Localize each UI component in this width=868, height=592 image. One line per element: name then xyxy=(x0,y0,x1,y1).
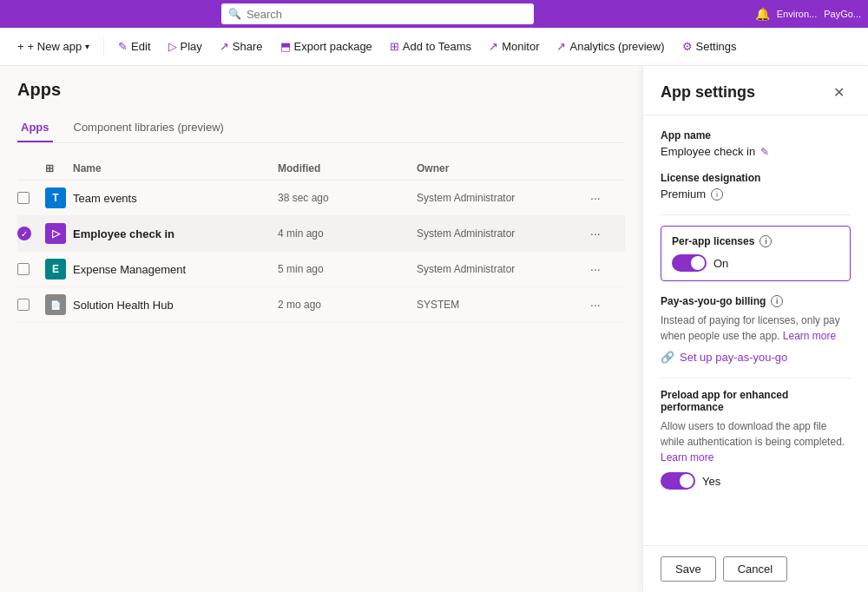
col-modified[interactable]: Modified xyxy=(278,162,417,174)
edit-icon: ✎ xyxy=(118,40,128,53)
table-row[interactable]: 📄 Solution Health Hub 2 mo ago SYSTEM ··… xyxy=(17,287,625,323)
per-app-licenses-box: Per-app licenses i On xyxy=(661,226,851,281)
row-app-name: Team events xyxy=(73,192,278,205)
row-icon: T xyxy=(45,187,73,208)
row-more-icon[interactable]: ··· xyxy=(590,262,625,276)
new-app-button[interactable]: + + New app ▾ xyxy=(10,36,96,56)
separator xyxy=(103,38,104,56)
notification-icon[interactable]: 🔔 xyxy=(755,7,770,21)
export-button[interactable]: ⬒ Export package xyxy=(273,36,379,56)
topbar: 🔍 🔔 Environ... PayGo... xyxy=(0,0,868,28)
org-label: PayGo... xyxy=(824,9,861,19)
billing-info-icon[interactable]: i xyxy=(771,295,783,307)
tab-apps[interactable]: Apps xyxy=(17,114,53,142)
col-name[interactable]: Name xyxy=(73,162,278,174)
main-layout: Apps Apps Component libraries (preview) … xyxy=(0,66,868,592)
toggle-thumb xyxy=(691,256,705,270)
table-header: ⊞ Name Modified Owner xyxy=(17,157,625,181)
row-owner: SYSTEM xyxy=(417,299,590,311)
row-checkbox[interactable] xyxy=(17,192,45,204)
search-bar[interactable]: 🔍 xyxy=(221,3,534,24)
row-more-icon[interactable]: ··· xyxy=(590,227,625,240)
table-row[interactable]: T Team events 38 sec ago System Administ… xyxy=(17,181,625,216)
edit-button[interactable]: ✎ Edit xyxy=(111,36,157,56)
plus-icon: + xyxy=(17,40,24,53)
row-checkbox[interactable] xyxy=(17,299,45,311)
row-owner: System Administrator xyxy=(417,227,590,240)
left-panel: Apps Apps Component libraries (preview) … xyxy=(0,66,642,592)
col-checkbox xyxy=(17,162,45,174)
tab-component-libraries[interactable]: Component libraries (preview) xyxy=(70,114,227,142)
license-field: License designation Premium i xyxy=(661,172,851,201)
app-name-label: App name xyxy=(661,129,851,141)
billing-description: Instead of paying for licenses, only pay… xyxy=(661,312,851,344)
preload-label: Preload app for enhanced performance xyxy=(661,389,851,413)
row-more-icon[interactable]: ··· xyxy=(590,298,625,312)
row-owner: System Administrator xyxy=(417,192,590,204)
row-app-name: Expense Management xyxy=(73,263,278,276)
save-button[interactable]: Save xyxy=(661,556,716,582)
per-app-info-icon[interactable]: i xyxy=(760,235,772,247)
preload-toggle-label: Yes xyxy=(702,475,720,488)
row-more-icon[interactable]: ··· xyxy=(590,191,625,205)
export-icon: ⬒ xyxy=(280,40,291,53)
app-settings-panel: App settings ✕ App name Employee check i… xyxy=(642,66,868,592)
setup-pay-link[interactable]: 🔗 Set up pay-as-you-go xyxy=(661,351,851,364)
env-label: Environ... xyxy=(777,9,817,19)
per-app-licenses-header: Per-app licenses i xyxy=(672,235,839,247)
panel-footer: Save Cancel xyxy=(643,545,868,592)
row-app-name: Solution Health Hub xyxy=(73,299,278,312)
tab-bar: Apps Component libraries (preview) xyxy=(17,114,625,143)
preload-section: Preload app for enhanced performance All… xyxy=(661,389,851,490)
toggle-thumb xyxy=(680,474,694,488)
preload-learn-more-link[interactable]: Learn more xyxy=(661,451,713,464)
cancel-button[interactable]: Cancel xyxy=(723,556,787,582)
row-selected-indicator: ✓ xyxy=(17,227,45,240)
analytics-button[interactable]: ↗ Analytics (preview) xyxy=(549,36,671,56)
preload-description: Allow users to download the app file whi… xyxy=(661,418,851,465)
billing-learn-more-link[interactable]: Learn more xyxy=(783,330,836,342)
per-app-toggle-row: On xyxy=(672,254,839,272)
page-title: Apps xyxy=(17,80,625,100)
row-modified: 38 sec ago xyxy=(278,192,417,204)
play-button[interactable]: ▷ Play xyxy=(161,36,209,56)
add-teams-button[interactable]: ⊞ Add to Teams xyxy=(383,36,478,56)
edit-app-name-icon[interactable]: ✎ xyxy=(760,146,769,158)
billing-section: Pay-as-you-go billing i Instead of payin… xyxy=(661,295,851,364)
col-actions xyxy=(590,162,625,174)
row-app-name: Employee check in xyxy=(73,227,278,240)
divider-2 xyxy=(661,378,851,378)
billing-label: Pay-as-you-go billing i xyxy=(661,295,851,307)
col-owner[interactable]: Owner xyxy=(417,162,590,174)
share-button[interactable]: ↗ Share xyxy=(213,36,270,56)
table-row[interactable]: ✓ ▷ Employee check in 4 min ago System A… xyxy=(17,216,625,252)
monitor-button[interactable]: ↗ Monitor xyxy=(482,36,546,56)
per-app-toggle[interactable] xyxy=(672,254,707,272)
license-info-icon[interactable]: i xyxy=(711,188,723,201)
close-panel-button[interactable]: ✕ xyxy=(826,80,851,104)
row-icon: ▷ xyxy=(45,223,73,244)
toolbar: + + New app ▾ ✎ Edit ▷ Play ↗ Share ⬒ Ex… xyxy=(0,28,868,66)
teams-icon: ⊞ xyxy=(390,40,399,53)
license-value: Premium i xyxy=(661,187,851,201)
search-icon: 🔍 xyxy=(228,8,241,20)
app-name-field: App name Employee check in ✎ xyxy=(661,129,851,158)
preload-toggle[interactable] xyxy=(661,472,695,490)
search-input[interactable] xyxy=(247,8,527,21)
monitor-icon: ↗ xyxy=(489,40,498,53)
divider xyxy=(661,214,851,215)
per-app-toggle-label: On xyxy=(713,257,728,270)
row-modified: 5 min ago xyxy=(278,263,417,275)
license-label: License designation xyxy=(661,172,851,184)
analytics-icon: ↗ xyxy=(556,40,566,53)
panel-title: App settings xyxy=(661,83,755,102)
row-owner: System Administrator xyxy=(417,263,590,275)
play-icon: ▷ xyxy=(168,40,177,53)
row-checkbox[interactable] xyxy=(17,263,45,275)
table-row[interactable]: E Expense Management 5 min ago System Ad… xyxy=(17,252,625,287)
topbar-right: 🔔 Environ... PayGo... xyxy=(755,7,861,21)
chevron-down-icon: ▾ xyxy=(85,42,89,51)
preload-toggle-row: Yes xyxy=(661,472,851,490)
row-modified: 4 min ago xyxy=(278,227,417,240)
settings-button[interactable]: ⚙ Settings xyxy=(675,36,744,56)
